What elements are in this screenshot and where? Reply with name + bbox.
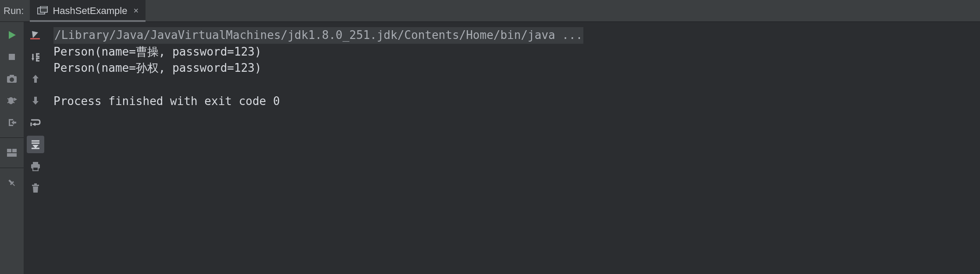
svg-point-8 <box>8 97 14 104</box>
up-arrow-icon[interactable] <box>27 70 44 88</box>
svg-rect-41 <box>33 167 38 171</box>
debug-dump-icon[interactable] <box>3 92 21 109</box>
svg-rect-42 <box>34 183 37 185</box>
run-label: Run: <box>3 5 30 17</box>
output-line: Person(name=孙权, password=123) <box>53 61 262 74</box>
svg-rect-39 <box>33 162 38 164</box>
pin-icon[interactable] <box>3 174 21 192</box>
layout-icon[interactable] <box>3 144 21 162</box>
tabbar: Run: HashSetExample × <box>0 0 980 22</box>
application-icon <box>37 6 48 16</box>
svg-marker-14 <box>11 120 16 125</box>
svg-rect-6 <box>10 75 14 77</box>
svg-rect-17 <box>7 153 17 157</box>
svg-rect-16 <box>12 149 17 152</box>
command-line: /Library/Java/JavaVirtualMachines/jdk1.8… <box>53 27 583 44</box>
step-icon[interactable] <box>27 48 44 66</box>
svg-marker-21 <box>32 31 38 38</box>
body: /Library/Java/JavaVirtualMachines/jdk1.8… <box>0 22 980 274</box>
close-icon[interactable]: × <box>131 6 138 16</box>
exit-line: Process finished with exit code 0 <box>53 95 280 108</box>
svg-rect-43 <box>32 185 39 186</box>
separator <box>0 168 24 168</box>
stop-button[interactable] <box>3 48 21 66</box>
rerun-button[interactable] <box>3 26 21 44</box>
svg-rect-20 <box>12 183 15 186</box>
left-gutter <box>0 22 24 274</box>
svg-marker-33 <box>32 123 36 126</box>
edit-run-config-icon[interactable] <box>27 26 44 44</box>
svg-rect-15 <box>7 149 11 152</box>
svg-rect-4 <box>9 54 15 60</box>
svg-rect-22 <box>30 38 40 39</box>
exit-icon[interactable] <box>3 114 21 131</box>
inner-gutter <box>24 22 47 274</box>
tab-hashset-example[interactable]: HashSetExample × <box>30 0 146 21</box>
tab-underline <box>30 20 146 22</box>
trash-icon[interactable] <box>27 179 44 197</box>
print-icon[interactable] <box>27 158 44 175</box>
svg-marker-32 <box>32 97 39 105</box>
output-line: Person(name=曹操, password=123) <box>53 45 262 58</box>
run-tool-window: Run: HashSetExample × <box>0 0 980 274</box>
svg-marker-24 <box>32 58 34 61</box>
svg-point-7 <box>10 77 14 82</box>
tab-title: HashSetExample <box>53 5 127 17</box>
separator <box>0 137 24 138</box>
console-output[interactable]: /Library/Java/JavaVirtualMachines/jdk1.8… <box>47 22 980 274</box>
soft-wrap-icon[interactable] <box>27 114 44 131</box>
svg-marker-13 <box>14 98 17 101</box>
camera-icon[interactable] <box>3 70 21 88</box>
svg-marker-31 <box>32 75 39 83</box>
svg-rect-1 <box>40 6 47 12</box>
scroll-to-end-icon[interactable] <box>27 136 44 153</box>
down-arrow-icon[interactable] <box>27 92 44 109</box>
svg-marker-3 <box>9 31 16 39</box>
